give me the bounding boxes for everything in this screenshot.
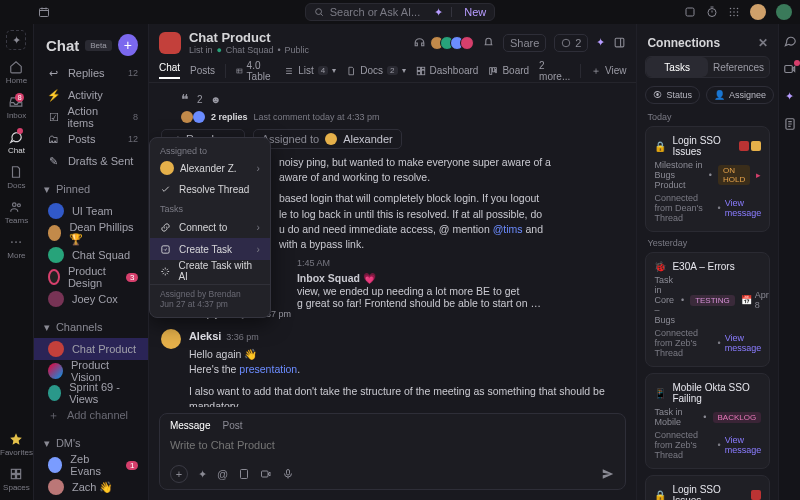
filter-assignee[interactable]: 👤 Assignee [706, 86, 774, 104]
view-dashboard[interactable]: Dashboard [416, 65, 479, 76]
svg-rect-26 [421, 67, 424, 69]
sidebar-posts[interactable]: 🗂︎Posts12 [34, 128, 148, 150]
assigned-to-chip[interactable]: Assigned toAlexander [253, 129, 402, 149]
sidebar-dm-zeb[interactable]: Zeb Evans1 [34, 454, 148, 476]
sidebar-group-pinned[interactable]: ▾Pinned [34, 178, 148, 200]
viewers-chip[interactable]: 2 [554, 34, 588, 52]
calendar-icon[interactable] [38, 6, 50, 18]
sparkle-icon[interactable]: ✦ [596, 36, 605, 49]
svg-rect-34 [262, 471, 269, 477]
rail-favorites[interactable]: Favorites [0, 432, 33, 457]
composer-plus-button[interactable]: + [170, 465, 188, 483]
sidebar-item-chatproduct[interactable]: Chat Product [34, 338, 148, 360]
sidebar-action-items[interactable]: ☑︎Action items8 [34, 106, 148, 128]
send-button[interactable] [601, 467, 615, 481]
details-icon[interactable] [783, 117, 797, 131]
record-clip-icon[interactable] [260, 468, 272, 480]
view-board[interactable]: Board [488, 65, 529, 76]
add-view-button[interactable]: ＋ View [591, 64, 627, 78]
mic-icon[interactable] [282, 468, 294, 480]
svg-rect-27 [421, 70, 424, 75]
tab-chat[interactable]: Chat [159, 62, 180, 79]
workspace-switcher-icon[interactable]: ✦ [6, 30, 26, 50]
share-button[interactable]: Share [503, 34, 546, 52]
create-button[interactable]: + [118, 34, 138, 56]
global-search[interactable]: Search or Ask AI... ✦ New [305, 3, 496, 21]
composer-tab-message[interactable]: Message [170, 420, 211, 431]
connection-card[interactable]: 🔒Login SSO Issues Bug in Core Product•DE… [645, 475, 770, 500]
ctx-assignee-row[interactable]: Alexander Z. › [150, 158, 270, 178]
view-docs[interactable]: Docs2▾ [346, 65, 405, 76]
ctx-resolve-thread[interactable]: Resolve Thread [150, 178, 270, 200]
rail-teams[interactable]: Teams [5, 200, 29, 225]
view-more[interactable]: 2 more... [539, 60, 570, 82]
ai-icon[interactable]: ✦ [198, 468, 207, 481]
avatar[interactable] [776, 4, 792, 20]
view-message-link[interactable]: View message [725, 198, 762, 218]
ai-panel-icon[interactable]: ✦ [785, 90, 794, 103]
sidebar-item-joey[interactable]: Joey Cox [34, 288, 148, 310]
mention-link[interactable]: @tims [493, 223, 523, 235]
sidebar-group-channels[interactable]: ▾Channels [34, 316, 148, 338]
sidebar-item-productdesign[interactable]: Product Design3 [34, 266, 148, 288]
filter-status[interactable]: ⦿ Status [645, 86, 700, 104]
sidebar: Chat Beta + ↩︎Replies12 ⚡Activity ☑︎Acti… [34, 24, 149, 500]
composer-tab-post[interactable]: Post [222, 420, 242, 431]
bell-icon[interactable] [482, 36, 495, 49]
sidebar-item-dean[interactable]: Dean Phillips 🏆 [34, 222, 148, 244]
sidebar-activity[interactable]: ⚡Activity [34, 84, 148, 106]
composer-input[interactable] [160, 431, 626, 459]
connection-card[interactable]: 🐞E30A – Errors Task in Core – Bugs•TESTI… [645, 252, 770, 367]
sidebar-group-dms[interactable]: ▾DM's [34, 432, 148, 454]
rail-more[interactable]: More [7, 235, 25, 260]
avatar[interactable] [750, 4, 766, 20]
sidebar-item-sprint69[interactable]: Sprint 69 - Views [34, 382, 148, 404]
rail-inbox[interactable]: 8Inbox [7, 95, 27, 120]
stopwatch-icon[interactable] [706, 6, 718, 18]
rail-spaces[interactable]: Spaces [3, 467, 30, 492]
clip-icon[interactable] [783, 62, 797, 76]
ctx-create-task-ai[interactable]: Create Task with AI [150, 260, 270, 282]
facepile[interactable] [434, 36, 474, 50]
timestamp: 1:45 AM [297, 258, 625, 268]
presentation-link[interactable]: presentation [239, 363, 297, 375]
connection-card[interactable]: 🔒Login SSO Issues Milestone in Bugs Prod… [645, 126, 770, 232]
open-side-icon[interactable] [613, 36, 626, 49]
svg-point-7 [730, 11, 732, 13]
tab-posts[interactable]: Posts [190, 65, 215, 76]
emoji-icon[interactable]: ☻ [210, 94, 221, 105]
chevron-down-icon: ▾ [44, 321, 50, 334]
attach-icon[interactable] [238, 468, 250, 480]
connection-card[interactable]: 📱Mobile Okta SSO Failing Task in Mobile•… [645, 373, 770, 469]
conn-tab-references[interactable]: References [708, 57, 769, 77]
drafts-icon: ✎ [48, 155, 60, 167]
sidebar-add-channel[interactable]: ＋Add channel [34, 404, 148, 426]
sidebar-replies[interactable]: ↩︎Replies12 [34, 62, 148, 84]
headphones-icon[interactable] [413, 36, 426, 49]
new-button[interactable]: New [464, 6, 486, 18]
ctx-create-task[interactable]: Create Task› [150, 238, 270, 260]
rail-home[interactable]: Home [6, 60, 27, 85]
comments-icon[interactable] [783, 34, 797, 48]
conn-tab-tasks[interactable]: Tasks [646, 57, 707, 77]
record-icon[interactable] [684, 6, 696, 18]
view-message-link[interactable]: View message [725, 333, 762, 353]
rail-chat[interactable]: Chat [8, 130, 25, 155]
apps-grid-icon[interactable] [728, 6, 740, 18]
sidebar-item-productvision[interactable]: Product Vision [34, 360, 148, 382]
close-icon[interactable]: ✕ [758, 36, 768, 50]
sidebar-item-chatsquad[interactable]: Chat Squad [34, 244, 148, 266]
view-list[interactable]: List4▾ [284, 65, 336, 76]
rail-docs[interactable]: Docs [7, 165, 25, 190]
ctx-connect-to[interactable]: Connect to› [150, 216, 270, 238]
view-table[interactable]: 4.0 Table [236, 60, 274, 82]
sidebar-dm-zach[interactable]: Zach 👋 [34, 476, 148, 498]
sidebar-drafts[interactable]: ✎Drafts & Sent [34, 150, 148, 172]
sidebar-item-uiteam[interactable]: UI Team [34, 200, 148, 222]
mention-icon[interactable]: @ [217, 468, 228, 480]
connections-title: Connections [647, 36, 720, 50]
svg-rect-36 [784, 66, 792, 73]
view-message-link[interactable]: View message [725, 435, 762, 455]
replies-summary[interactable]: 2 replies Last comment today at 4:33 pm [181, 111, 625, 123]
channel-breadcrumb: List in ● Chat Squad •Public [189, 45, 309, 55]
